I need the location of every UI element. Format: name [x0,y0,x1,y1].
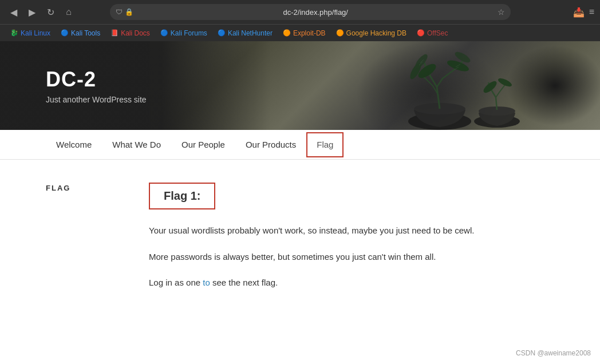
flag-paragraph-2: More passwords is always better, but som… [149,250,554,264]
hero-text-block: DC-2 Just another WordPress site [0,68,147,104]
nav-welcome[interactable]: Welcome [46,130,102,160]
nav-flag[interactable]: Flag [306,132,344,157]
main-navigation: Welcome What We Do Our People Our Produc… [0,130,600,160]
pocket-icon[interactable]: 📥 [573,7,585,18]
flag-text-1: Your usual wordlists probably won't work… [149,225,474,235]
bookmark-kali-nethunter-label: Kali NetHunter [228,29,273,37]
flag-link-to[interactable]: to [203,278,210,287]
home-button[interactable]: ⌂ [61,4,77,20]
bookmark-kali-nethunter[interactable]: 🔵 Kali NetHunter [213,27,277,39]
nav-what-we-do[interactable]: What We Do [102,130,171,160]
kali-nethunter-icon: 🔵 [218,29,226,37]
bookmark-google-hacking[interactable]: 🟠 Google Hacking DB [331,27,411,39]
site-header: DC-2 Just another WordPress site [0,41,600,130]
refresh-button[interactable]: ↻ [42,4,58,20]
offsec-icon: 🔴 [417,29,425,37]
bookmark-kali-tools-label: Kali Tools [71,29,100,37]
bookmark-star-icon[interactable]: ☆ [498,7,505,17]
bookmark-kali-linux-label: Kali Linux [21,29,50,37]
bookmark-kali-tools[interactable]: 🔵 Kali Tools [56,27,105,39]
security-icons: 🛡 🔒 [116,8,133,16]
kali-forums-icon: 🔵 [160,29,168,37]
site-title: DC-2 [46,68,147,92]
hero-plant-illustration [365,47,526,130]
browser-right-actions: 📥 ≡ [573,7,594,18]
browser-chrome: ◀ ▶ ↻ ⌂ 🛡 🔒 dc-2/index.php/flag/ ☆ 📥 ≡ [0,0,600,24]
kali-docs-icon: 📕 [110,29,119,37]
bookmark-offsec-label: OffSec [427,29,448,37]
bookmark-offsec[interactable]: 🔴 OffSec [412,27,452,39]
shield-icon: 🛡 [116,8,123,16]
flag-paragraph-1: Your usual wordlists probably won't work… [149,223,554,238]
nav-our-people[interactable]: Our People [171,130,235,160]
address-text: dc-2/index.php/flag/ [137,8,494,17]
bookmark-exploit-db-label: Exploit-DB [293,29,326,37]
back-button[interactable]: ◀ [6,4,22,20]
content-main: Flag 1: Your usual wordlists probably wo… [149,183,554,308]
address-bar[interactable]: 🛡 🔒 dc-2/index.php/flag/ ☆ [110,4,511,20]
google-hacking-icon: 🟠 [336,29,344,37]
svg-point-9 [481,79,498,94]
exploit-db-icon: 🟠 [283,29,291,37]
bookmark-kali-forums[interactable]: 🔵 Kali Forums [156,27,212,39]
svg-point-10 [497,77,513,88]
bookmarks-bar: 🐉 Kali Linux 🔵 Kali Tools 📕 Kali Docs 🔵 … [0,24,600,41]
bookmark-exploit-db[interactable]: 🟠 Exploit-DB [278,27,330,39]
bookmark-google-hacking-label: Google Hacking DB [346,29,406,37]
content-sidebar: FLAG [46,183,126,308]
flag-heading: Flag 1: [149,183,215,209]
lock-icon: 🔒 [125,8,133,16]
browser-nav-buttons: ◀ ▶ ↻ ⌂ [6,4,77,20]
bookmark-kali-docs-label: Kali Docs [121,29,150,37]
site-tagline: Just another WordPress site [46,95,147,104]
bookmark-kali-forums-label: Kali Forums [171,29,207,37]
kali-tools-icon: 🔵 [61,29,69,37]
sidebar-flag-label: FLAG [46,184,70,192]
content-area: FLAG Flag 1: Your usual wordlists probab… [0,160,600,331]
kali-linux-icon: 🐉 [10,29,18,37]
flag-text-2: More passwords is always better, but som… [149,252,436,262]
nav-our-products[interactable]: Our Products [235,130,306,160]
bookmark-kali-linux[interactable]: 🐉 Kali Linux [6,27,55,39]
bookmark-kali-docs[interactable]: 📕 Kali Docs [106,27,155,39]
forward-button[interactable]: ▶ [24,4,40,20]
flag-paragraph-3: Log in as one to see the next flag. [149,275,554,290]
menu-icon[interactable]: ≡ [589,7,594,17]
